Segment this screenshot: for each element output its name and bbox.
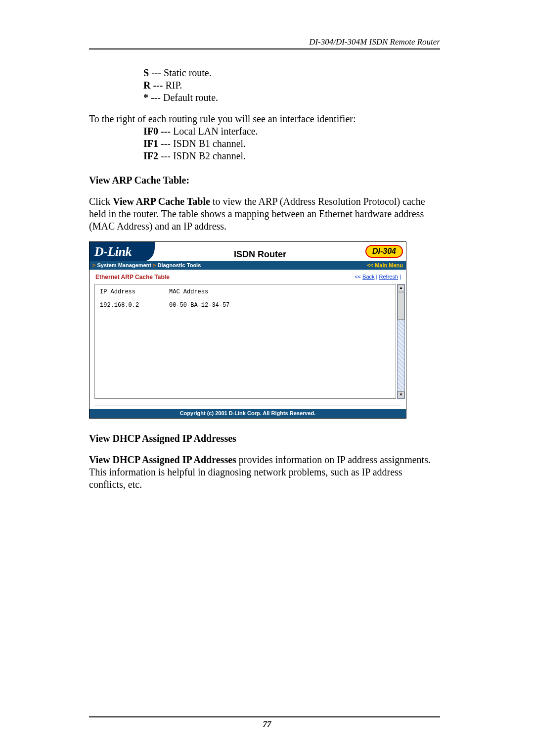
router-divider	[94, 406, 401, 406]
back-link[interactable]: Back	[362, 274, 374, 280]
router-badge-wrap: DI-304	[365, 242, 406, 261]
model-badge: DI-304	[365, 245, 403, 258]
dhcp-paragraph: View DHCP Assigned IP Addresses provides…	[89, 454, 440, 491]
iface-if1-key: IF1	[143, 138, 158, 149]
scroll-thumb[interactable]	[398, 292, 404, 320]
iface-if0: IF0 --- Local LAN interface.	[143, 125, 440, 138]
arp-p-bold: View ARP Cache Table	[113, 196, 210, 207]
bc-right-prefix: <<	[367, 262, 375, 268]
legend-r-key: R	[143, 80, 150, 91]
router-header: D-Link ISDN Router DI-304	[89, 242, 406, 261]
router-table-area: IP Address MAC Address 192.168.0.2 00-50…	[89, 284, 406, 399]
iface-if0-text: --- Local LAN interface.	[158, 126, 258, 137]
legend-star-key: *	[143, 92, 148, 103]
iface-if1: IF1 --- ISDN B1 channel.	[143, 138, 440, 150]
link-trail: |	[398, 274, 401, 280]
arp-p-prefix: Click	[89, 196, 113, 207]
router-breadcrumb: > System Management > Diagnostic Tools <…	[89, 261, 406, 270]
main-menu-link-wrap: << Main Menu	[367, 262, 403, 269]
router-title: ISDN Router	[155, 242, 365, 261]
dhcp-p-bold: View DHCP Assigned IP Addresses	[89, 454, 236, 465]
cell-mac: 00-50-BA-12-34-57	[169, 302, 391, 309]
col-mac-header: MAC Address	[169, 288, 391, 296]
dlink-logo: D-Link	[89, 242, 155, 261]
router-copyright: Copyright (c) 2001 D-Link Corp. All Righ…	[89, 409, 406, 418]
table-row: 192.168.0.2 00-50-BA-12-34-57	[100, 302, 391, 309]
link-sep: |	[375, 274, 379, 280]
dhcp-heading: View DHCP Assigned IP Addresses	[89, 432, 440, 445]
legend-star: * --- Default route.	[143, 92, 440, 104]
cell-ip: 192.168.0.2	[100, 302, 169, 309]
legend-r: R --- RIP.	[143, 79, 440, 92]
intro-interface: To the right of each routing rule you wi…	[89, 113, 440, 125]
refresh-link[interactable]: Refresh	[379, 274, 399, 280]
arp-table: IP Address MAC Address 192.168.0.2 00-50…	[94, 284, 396, 399]
legend-star-text: --- Default route.	[148, 92, 218, 103]
iface-if0-key: IF0	[143, 126, 158, 137]
footer-rule	[89, 716, 440, 717]
legend-s: S --- Static route.	[143, 67, 440, 79]
arp-paragraph: Click View ARP Cache Table to view the A…	[89, 195, 440, 233]
scroll-up-button[interactable]: ▲	[398, 284, 404, 291]
breadcrumb-1: System Management	[97, 262, 151, 268]
legend-s-text: --- Static route.	[149, 67, 212, 78]
scroll-down-button[interactable]: ▼	[398, 391, 404, 398]
page-content: S --- Static route. R --- RIP. * --- Def…	[89, 67, 440, 491]
back-prefix: <<	[355, 274, 362, 280]
iface-if2-key: IF2	[143, 150, 158, 161]
legend-r-text: --- RIP.	[150, 80, 182, 91]
breadcrumb-2: Diagnostic Tools	[157, 262, 201, 268]
table-header-row: IP Address MAC Address	[100, 288, 391, 296]
running-header: DI-304/DI-304M ISDN Remote Router	[309, 37, 440, 47]
iface-if1-text: --- ISDN B1 channel.	[158, 138, 246, 149]
main-menu-link[interactable]: Main Menu	[375, 262, 403, 268]
router-subheader: Ethernet ARP Cache Table << Back | Refre…	[89, 270, 406, 284]
arp-heading: View ARP Cache Table:	[89, 174, 440, 187]
router-screenshot: D-Link ISDN Router DI-304 > System Manag…	[89, 241, 406, 419]
section-links: << Back | Refresh |	[355, 274, 401, 281]
breadcrumb-path: > System Management > Diagnostic Tools	[92, 262, 201, 269]
section-title: Ethernet ARP Cache Table	[95, 274, 170, 281]
chevron-icon: >	[151, 262, 158, 268]
page-number: 77	[0, 719, 534, 729]
header-rule	[89, 48, 440, 49]
scrollbar[interactable]: ▲ ▼	[397, 284, 405, 399]
iface-if2: IF2 --- ISDN B2 channel.	[143, 150, 440, 162]
iface-if2-text: --- ISDN B2 channel.	[158, 150, 246, 161]
legend-s-key: S	[143, 67, 149, 78]
col-ip-header: IP Address	[100, 288, 169, 296]
